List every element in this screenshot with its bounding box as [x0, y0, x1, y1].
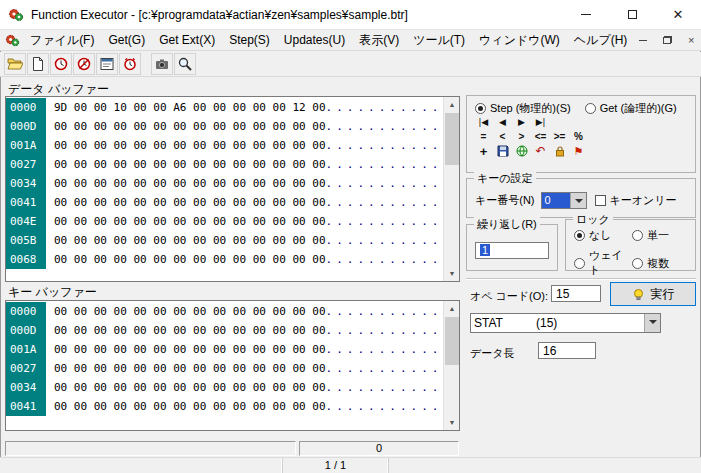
ascii-bytes[interactable]: ..............: [326, 158, 460, 171]
less-than-button[interactable]: <: [493, 129, 512, 143]
hex-bytes[interactable]: 00 00 00 00 00 00 00 00 00 00 00 00 00 0…: [54, 253, 326, 266]
opcode-input[interactable]: 15: [551, 285, 601, 302]
ascii-bytes[interactable]: ..............: [326, 101, 460, 114]
data-buffer-hex-view[interactable]: 00009D 00 00 10 00 00 A6 00 00 00 00 00 …: [5, 96, 460, 282]
key-number-combobox[interactable]: 0: [541, 192, 587, 209]
mdi-close-button[interactable]: ×: [682, 32, 700, 48]
new-file-button[interactable]: [27, 53, 49, 75]
ascii-bytes[interactable]: ..............: [326, 400, 460, 413]
last-record-button[interactable]: ▶|: [531, 115, 550, 129]
record-nav-row: |◀ ◀ ▶ ▶|: [474, 115, 550, 129]
find-button[interactable]: [174, 53, 196, 75]
ascii-bytes[interactable]: ..............: [326, 139, 460, 152]
first-record-button[interactable]: |◀: [474, 115, 493, 129]
data-length-input[interactable]: 16: [538, 342, 596, 359]
execute-button[interactable]: 実行: [610, 282, 696, 306]
ascii-bytes[interactable]: ..............: [326, 305, 460, 318]
radio-lock-wait[interactable]: ウェイト: [574, 248, 632, 278]
scroll-up-icon[interactable]: ▲: [444, 301, 460, 316]
hex-bytes[interactable]: 00 00 00 00 00 00 00 00 00 00 00 00 00 0…: [54, 324, 326, 337]
begin-transaction-button[interactable]: [50, 53, 72, 75]
hex-bytes[interactable]: 00 00 00 00 00 00 00 00 00 00 00 00 00 0…: [54, 362, 326, 375]
hex-bytes[interactable]: 00 00 00 00 00 00 00 00 00 00 00 00 00 0…: [54, 177, 326, 190]
properties-button[interactable]: [96, 53, 118, 75]
minimize-button[interactable]: [563, 0, 609, 30]
hex-bytes[interactable]: 00 00 00 00 00 00 00 00 00 00 00 00 00 0…: [54, 196, 326, 209]
percent-button[interactable]: %: [569, 129, 588, 143]
ascii-bytes[interactable]: ..............: [326, 215, 460, 228]
scroll-down-icon[interactable]: ▼: [444, 266, 460, 281]
ascii-bytes[interactable]: ..............: [326, 196, 460, 209]
flag-button[interactable]: ⚑: [569, 144, 588, 158]
menu-step[interactable]: Step(S): [222, 31, 277, 49]
ascii-bytes[interactable]: ..............: [326, 362, 460, 375]
previous-record-button[interactable]: ◀: [493, 115, 512, 129]
repeat-input[interactable]: 1: [475, 242, 549, 259]
radio-get-logical[interactable]: Get (論理的)(G): [585, 101, 677, 116]
open-file-button[interactable]: [4, 53, 26, 75]
ascii-bytes[interactable]: ..............: [326, 234, 460, 247]
scrollbar-thumb[interactable]: [445, 113, 459, 165]
ascii-bytes[interactable]: ..............: [326, 177, 460, 190]
hex-bytes[interactable]: 00 00 00 00 00 00 00 00 00 00 00 00 00 0…: [54, 343, 326, 356]
hex-bytes[interactable]: 00 00 00 00 00 00 00 00 00 00 00 00 00 0…: [54, 305, 326, 318]
key-only-checkbox[interactable]: [595, 195, 606, 206]
key-buffer-hex-view[interactable]: 000000 00 00 00 00 00 00 00 00 00 00 00 …: [5, 300, 460, 431]
mdi-restore-button[interactable]: [658, 32, 676, 48]
hex-bytes[interactable]: 00 00 00 00 00 00 00 00 00 00 00 00 00 0…: [54, 400, 326, 413]
menu-file[interactable]: ファイル(F): [23, 30, 101, 51]
mdi-minimize-button[interactable]: [634, 32, 652, 48]
menu-help[interactable]: ヘルプ(H): [567, 30, 635, 51]
undo-icon: ↶: [535, 144, 545, 158]
hex-bytes[interactable]: 00 00 00 00 00 00 00 00 00 00 00 00 00 0…: [54, 381, 326, 394]
hex-bytes[interactable]: 00 00 00 00 00 00 00 00 00 00 00 00 00 0…: [54, 215, 326, 228]
radio-lock-none[interactable]: なし: [574, 228, 632, 243]
greater-than-button[interactable]: >: [512, 129, 531, 143]
row-address: 000D: [6, 117, 46, 136]
ascii-bytes[interactable]: ..............: [326, 324, 460, 337]
next-record-button[interactable]: ▶: [512, 115, 531, 129]
abort-transaction-button[interactable]: [73, 53, 95, 75]
undo-button[interactable]: ↶: [531, 144, 550, 158]
key-buffer-scrollbar[interactable]: ▲ ▼: [443, 301, 459, 430]
hex-bytes[interactable]: 00 00 00 00 00 00 00 00 00 00 00 00 00 0…: [54, 234, 326, 247]
menu-get-ext[interactable]: Get Ext(X): [152, 31, 222, 49]
globe-button[interactable]: [512, 144, 531, 158]
greater-equal-button[interactable]: >=: [550, 129, 569, 143]
hex-bytes[interactable]: 9D 00 00 10 00 00 A6 00 00 00 00 00 12 0…: [54, 101, 326, 114]
ascii-bytes[interactable]: ..............: [326, 120, 460, 133]
data-buffer-scrollbar[interactable]: ▲ ▼: [443, 97, 459, 281]
hex-bytes[interactable]: 00 00 00 00 00 00 00 00 00 00 00 00 00 0…: [54, 158, 326, 171]
scrollbar-thumb[interactable]: [445, 317, 459, 365]
lock-single-label: 単一: [647, 228, 669, 243]
hex-bytes[interactable]: 00 00 00 00 00 00 00 00 00 00 00 00 00 0…: [54, 120, 326, 133]
less-equal-button[interactable]: <=: [531, 129, 550, 143]
ascii-bytes[interactable]: ..............: [326, 343, 460, 356]
radio-lock-single[interactable]: 単一: [632, 228, 693, 243]
maximize-button[interactable]: [609, 0, 655, 30]
menu-tools[interactable]: ツール(T): [406, 30, 472, 51]
equal-button[interactable]: =: [474, 129, 493, 143]
chevron-down-icon[interactable]: [570, 193, 586, 208]
radio-lock-multi[interactable]: 複数: [632, 248, 693, 278]
mdi-document-icon[interactable]: [5, 33, 20, 48]
menu-get[interactable]: Get(G): [101, 31, 152, 49]
chevron-down-icon[interactable]: [644, 314, 660, 332]
function-combobox[interactable]: STAT (15): [470, 313, 661, 333]
lock-button[interactable]: [550, 144, 569, 158]
timer-button[interactable]: [119, 53, 141, 75]
close-button[interactable]: ✕: [655, 0, 701, 30]
snapshot-button[interactable]: [151, 53, 173, 75]
save-button[interactable]: [493, 144, 512, 158]
ascii-bytes[interactable]: ..............: [326, 253, 460, 266]
scroll-down-icon[interactable]: ▼: [444, 415, 460, 430]
scroll-up-icon[interactable]: ▲: [444, 97, 460, 112]
ascii-bytes[interactable]: ..............: [326, 381, 460, 394]
app-gears-icon[interactable]: [8, 7, 24, 23]
radio-step-physical[interactable]: Step (物理的)(S): [475, 101, 571, 116]
hex-bytes[interactable]: 00 00 00 00 00 00 00 00 00 00 00 00 00 0…: [54, 139, 326, 152]
insert-button[interactable]: +: [474, 144, 493, 158]
menu-window[interactable]: ウィンドウ(W): [472, 30, 567, 51]
menu-view[interactable]: 表示(V): [352, 30, 406, 51]
menu-updates[interactable]: Updates(U): [277, 31, 352, 49]
